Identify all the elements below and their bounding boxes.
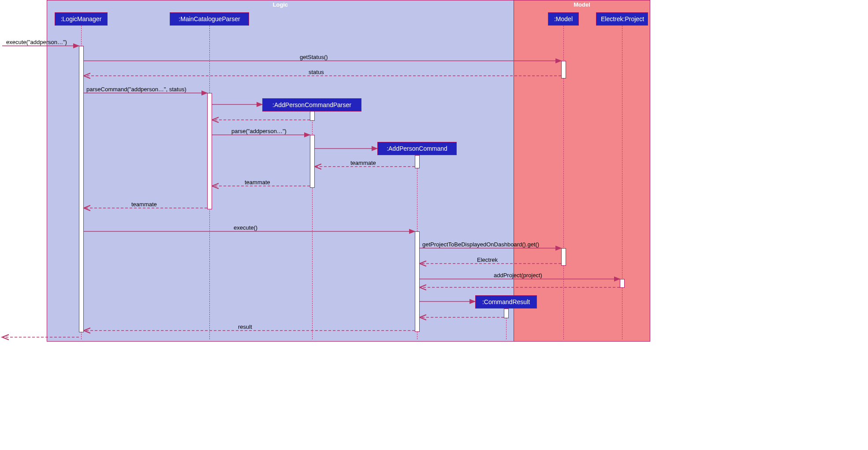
participant-model: :Model — [548, 12, 579, 26]
participant-logic-manager: :LogicManager — [55, 12, 108, 26]
activation-electrek — [620, 279, 625, 288]
activation-logic-manager — [79, 46, 84, 332]
msg-result: result — [238, 324, 252, 330]
activation-command-create — [415, 155, 420, 168]
msg-execute1: execute("addperson…") — [6, 39, 67, 45]
msg-status: status — [309, 69, 324, 75]
participant-add-person-command-parser: :AddPersonCommandParser — [262, 98, 361, 112]
group-model: Model — [514, 0, 650, 342]
activation-model-1 — [561, 61, 566, 78]
sequence-diagram: Logic Model :LogicManager :MainCatalogue… — [0, 0, 679, 344]
msg-electrek: Electrek — [477, 257, 498, 263]
msg-teammate1: teammate — [350, 160, 376, 166]
activation-command-execute — [415, 231, 420, 332]
msg-parseCommand: parseCommand("addperson…", status) — [86, 86, 186, 93]
msg-getProject: getProjectToBeDisplayedOnDashboard().get… — [422, 241, 539, 248]
activation-parser-parse — [310, 135, 315, 188]
group-logic-title: Logic — [47, 0, 514, 8]
participant-command-result: :CommandResult — [475, 295, 537, 309]
activation-parser-create — [310, 111, 315, 121]
activation-result — [504, 309, 509, 318]
participant-electrek-project: Electrek:Project — [596, 12, 648, 26]
group-logic: Logic — [47, 0, 514, 342]
group-model-title: Model — [514, 0, 650, 8]
activation-model-2 — [561, 248, 566, 266]
participant-add-person-command: :AddPersonCommand — [377, 142, 457, 155]
msg-getStatus: getStatus() — [300, 54, 328, 60]
msg-addProject: addProject(project) — [494, 272, 542, 279]
msg-execute2: execute() — [234, 224, 257, 231]
activation-main-catalogue-parser — [207, 93, 212, 209]
msg-parse: parse("addperson…") — [231, 128, 287, 134]
lifeline-electrek-project — [622, 26, 622, 339]
msg-teammate2: teammate — [245, 179, 270, 186]
participant-main-catalogue-parser: :MainCatalogueParser — [170, 12, 249, 26]
msg-teammate3: teammate — [131, 201, 157, 208]
